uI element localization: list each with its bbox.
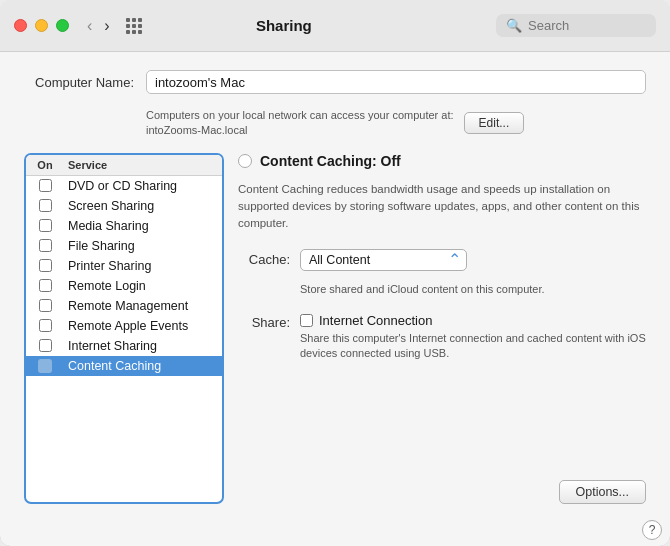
service-checkbox-cell bbox=[26, 279, 64, 292]
main-area: On Service DVD or CD SharingScreen Shari… bbox=[24, 153, 646, 504]
computer-name-row: Computer Name: bbox=[24, 70, 646, 94]
traffic-lights bbox=[14, 19, 69, 32]
maximize-button[interactable] bbox=[56, 19, 69, 32]
service-item-name: Printer Sharing bbox=[64, 259, 222, 273]
right-panel: Content Caching: Off Content Caching red… bbox=[238, 153, 646, 504]
service-item-checkbox[interactable] bbox=[39, 279, 52, 292]
service-list-header: On Service bbox=[26, 155, 222, 176]
service-checkbox-cell bbox=[26, 199, 64, 212]
service-checkbox-cell bbox=[26, 219, 64, 232]
section-description: Content Caching reduces bandwidth usage … bbox=[238, 181, 646, 233]
service-item-checkbox[interactable] bbox=[39, 339, 52, 352]
service-checkbox-cell bbox=[26, 259, 64, 272]
cache-row: Cache: All Content iCloud Content Softwa… bbox=[238, 249, 646, 271]
list-item[interactable]: Internet Sharing bbox=[26, 336, 222, 356]
service-item-name: Screen Sharing bbox=[64, 199, 222, 213]
service-item-name: DVD or CD Sharing bbox=[64, 179, 222, 193]
window: ‹ › Sharing 🔍 Computer Name: Computers o… bbox=[0, 0, 670, 546]
service-list-container: On Service DVD or CD SharingScreen Shari… bbox=[24, 153, 224, 504]
service-checkbox-cell bbox=[26, 319, 64, 332]
service-item-checkbox[interactable] bbox=[39, 239, 52, 252]
list-item[interactable]: Media Sharing bbox=[26, 216, 222, 236]
col-on-header: On bbox=[26, 159, 64, 171]
share-row: Share: Internet Connection Share this co… bbox=[238, 313, 646, 362]
window-title: Sharing bbox=[72, 17, 496, 34]
list-item[interactable]: File Sharing bbox=[26, 236, 222, 256]
service-item-name: Remote Login bbox=[64, 279, 222, 293]
computer-name-subtext: Computers on your local network can acce… bbox=[146, 108, 454, 139]
share-label: Share: bbox=[238, 313, 290, 330]
close-button[interactable] bbox=[14, 19, 27, 32]
internet-connection-label: Internet Connection bbox=[319, 313, 432, 328]
list-item[interactable]: Remote Login bbox=[26, 276, 222, 296]
cache-dropdown[interactable]: All Content iCloud Content Software Upda… bbox=[300, 249, 467, 271]
search-bar[interactable]: 🔍 bbox=[496, 14, 656, 37]
share-option-block: Internet Connection Share this computer'… bbox=[300, 313, 646, 362]
internet-connection-checkbox[interactable] bbox=[300, 314, 313, 327]
search-input[interactable] bbox=[528, 18, 646, 33]
service-checkbox-cell bbox=[26, 359, 64, 373]
service-item-name: File Sharing bbox=[64, 239, 222, 253]
section-radio[interactable] bbox=[238, 154, 252, 168]
computer-name-label: Computer Name: bbox=[24, 75, 134, 90]
service-item-checkbox[interactable] bbox=[39, 199, 52, 212]
computer-name-sub-row: Computers on your local network can acce… bbox=[146, 108, 646, 139]
section-title-row: Content Caching: Off bbox=[238, 153, 646, 169]
service-item-checkbox[interactable] bbox=[39, 299, 52, 312]
list-item[interactable]: Printer Sharing bbox=[26, 256, 222, 276]
options-button[interactable]: Options... bbox=[559, 480, 647, 504]
service-item-checkbox[interactable] bbox=[39, 259, 52, 272]
service-checkbox-cell bbox=[26, 179, 64, 192]
selected-indicator bbox=[38, 359, 52, 373]
share-description: Share this computer's Internet connectio… bbox=[300, 331, 646, 362]
cache-dropdown-wrapper: All Content iCloud Content Software Upda… bbox=[300, 249, 467, 271]
col-service-header: Service bbox=[64, 159, 222, 171]
service-item-checkbox[interactable] bbox=[39, 319, 52, 332]
share-checkbox-row: Internet Connection bbox=[300, 313, 646, 328]
service-item-name: Media Sharing bbox=[64, 219, 222, 233]
service-item-name: Remote Apple Events bbox=[64, 319, 222, 333]
service-list: DVD or CD SharingScreen SharingMedia Sha… bbox=[26, 176, 222, 502]
list-item[interactable]: Screen Sharing bbox=[26, 196, 222, 216]
service-checkbox-cell bbox=[26, 239, 64, 252]
service-item-name: Content Caching bbox=[64, 359, 222, 373]
cache-label: Cache: bbox=[238, 252, 290, 267]
store-text: Store shared and iCloud content on this … bbox=[300, 283, 646, 295]
service-item-name: Remote Management bbox=[64, 299, 222, 313]
content-area: Computer Name: Computers on your local n… bbox=[0, 52, 670, 520]
list-item[interactable]: Remote Management bbox=[26, 296, 222, 316]
service-item-name: Internet Sharing bbox=[64, 339, 222, 353]
edit-button[interactable]: Edit... bbox=[464, 112, 525, 134]
list-item[interactable]: Content Caching bbox=[26, 356, 222, 376]
bottom-bar: Options... bbox=[238, 480, 646, 504]
search-icon: 🔍 bbox=[506, 18, 522, 33]
service-checkbox-cell bbox=[26, 299, 64, 312]
list-item[interactable]: Remote Apple Events bbox=[26, 316, 222, 336]
service-item-checkbox[interactable] bbox=[39, 179, 52, 192]
service-checkbox-cell bbox=[26, 339, 64, 352]
computer-name-input[interactable] bbox=[146, 70, 646, 94]
service-item-checkbox[interactable] bbox=[39, 219, 52, 232]
help-button[interactable]: ? bbox=[642, 520, 662, 540]
title-bar: ‹ › Sharing 🔍 bbox=[0, 0, 670, 52]
help-row: ? bbox=[0, 520, 670, 546]
list-item[interactable]: DVD or CD Sharing bbox=[26, 176, 222, 196]
minimize-button[interactable] bbox=[35, 19, 48, 32]
section-title: Content Caching: Off bbox=[260, 153, 401, 169]
